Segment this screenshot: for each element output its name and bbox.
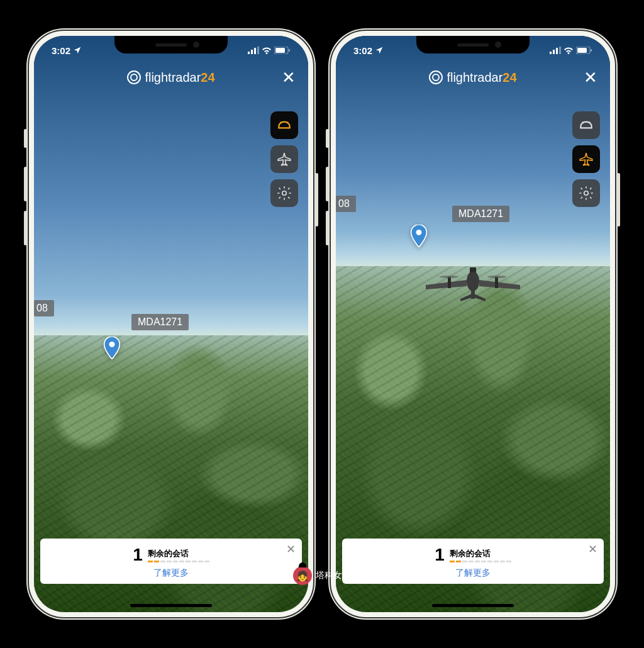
home-indicator[interactable]: [432, 604, 514, 607]
svg-rect-9: [550, 52, 552, 54]
signal-icon: [248, 47, 259, 54]
screen: 3:02 flightradar24 ✕: [34, 36, 308, 612]
pin-icon: [410, 225, 428, 247]
svg-point-22: [440, 276, 458, 278]
location-arrow-icon: [73, 46, 82, 55]
volume-down: [326, 211, 329, 245]
wifi-icon: [564, 47, 574, 54]
session-count: 1: [133, 545, 143, 565]
location-pin[interactable]: [410, 225, 428, 250]
cockpit-view-button[interactable]: [270, 111, 298, 139]
svg-rect-2: [254, 48, 256, 54]
card-close-button[interactable]: ✕: [286, 542, 296, 556]
svg-point-17: [416, 230, 422, 235]
session-count: 1: [435, 545, 445, 565]
learn-more-link[interactable]: 了解更多: [49, 567, 293, 579]
volume-up: [326, 167, 329, 201]
learn-more-link[interactable]: 了解更多: [351, 567, 595, 579]
app-logo: flightradar24: [127, 70, 214, 85]
session-title: 剩余的会话: [148, 548, 209, 559]
cockpit-icon: [276, 117, 292, 133]
progress-indicator: [148, 561, 209, 562]
svg-rect-1: [251, 50, 253, 54]
session-card: ✕ 1 剩余的会话 了解更多: [40, 539, 302, 584]
watermark-avatar-icon: 👧: [293, 566, 312, 585]
watermark-text: 塔科女子: [316, 570, 351, 581]
svg-rect-6: [289, 49, 290, 52]
svg-rect-3: [257, 47, 259, 54]
app-logo: flightradar24: [429, 70, 516, 85]
app-header: flightradar24 ✕: [336, 61, 610, 94]
card-close-button[interactable]: ✕: [588, 542, 597, 556]
power-button: [315, 173, 318, 226]
notch: [416, 36, 530, 53]
svg-point-7: [282, 191, 287, 196]
volume-up: [24, 167, 27, 201]
svg-rect-11: [556, 48, 558, 54]
signal-icon: [550, 47, 561, 54]
svg-rect-20: [448, 277, 451, 288]
svg-point-23: [487, 276, 506, 278]
radar-icon: [429, 70, 443, 84]
close-button[interactable]: ✕: [584, 68, 597, 87]
battery-icon: [274, 47, 291, 54]
settings-button[interactable]: [572, 179, 600, 207]
svg-point-18: [467, 271, 479, 291]
status-time: 3:02: [52, 45, 70, 56]
flight-label-partial[interactable]: 08: [336, 196, 356, 212]
svg-rect-10: [553, 50, 555, 54]
cockpit-view-button[interactable]: [572, 111, 600, 139]
flight-label-main[interactable]: MDA1271: [452, 206, 509, 222]
svg-rect-12: [559, 47, 561, 54]
svg-rect-14: [577, 48, 587, 53]
status-time: 3:02: [353, 45, 372, 56]
power-button: [617, 173, 620, 226]
plane-follow-button[interactable]: [572, 145, 600, 173]
flight-label-partial[interactable]: 08: [34, 300, 54, 316]
notch: [114, 36, 228, 53]
progress-indicator: [450, 561, 511, 562]
mute-switch: [326, 129, 329, 148]
gear-icon: [276, 185, 292, 201]
session-card: ✕ 1 剩余的会话 了解更多: [342, 539, 604, 584]
plane-icon: [578, 151, 594, 167]
battery-icon: [576, 47, 592, 54]
home-indicator[interactable]: [130, 604, 212, 607]
svg-rect-5: [275, 48, 285, 53]
flight-label-main[interactable]: MDA1271: [131, 314, 189, 330]
view-toolbar: [270, 111, 298, 207]
location-pin[interactable]: [103, 337, 121, 362]
app-header: flightradar24 ✕: [34, 61, 308, 94]
radar-icon: [127, 70, 141, 84]
volume-down: [24, 211, 27, 245]
watermark: 👧 塔科女子: [293, 566, 351, 585]
svg-rect-19: [470, 267, 476, 272]
gear-icon: [578, 185, 594, 201]
session-title: 剩余的会话: [450, 548, 511, 559]
wifi-icon: [262, 47, 272, 54]
aircraft-icon: [416, 255, 530, 311]
view-toolbar: [572, 111, 600, 207]
svg-point-8: [109, 342, 115, 347]
cockpit-icon: [578, 117, 594, 133]
location-arrow-icon: [375, 46, 384, 55]
plane-follow-button[interactable]: [270, 145, 298, 173]
phone-left: 3:02 flightradar24 ✕: [26, 28, 316, 620]
phone-right: 3:02 flightradar24 ✕: [328, 28, 618, 620]
plane-icon: [276, 151, 292, 167]
svg-rect-21: [495, 277, 498, 288]
svg-rect-0: [248, 52, 250, 54]
aircraft-3d: [416, 255, 530, 314]
close-button[interactable]: ✕: [282, 68, 296, 87]
screen: 3:02 flightradar24 ✕: [336, 36, 610, 612]
settings-button[interactable]: [270, 179, 298, 207]
mute-switch: [24, 129, 27, 148]
svg-point-16: [584, 191, 589, 196]
svg-rect-15: [591, 49, 592, 52]
pin-icon: [103, 337, 121, 359]
